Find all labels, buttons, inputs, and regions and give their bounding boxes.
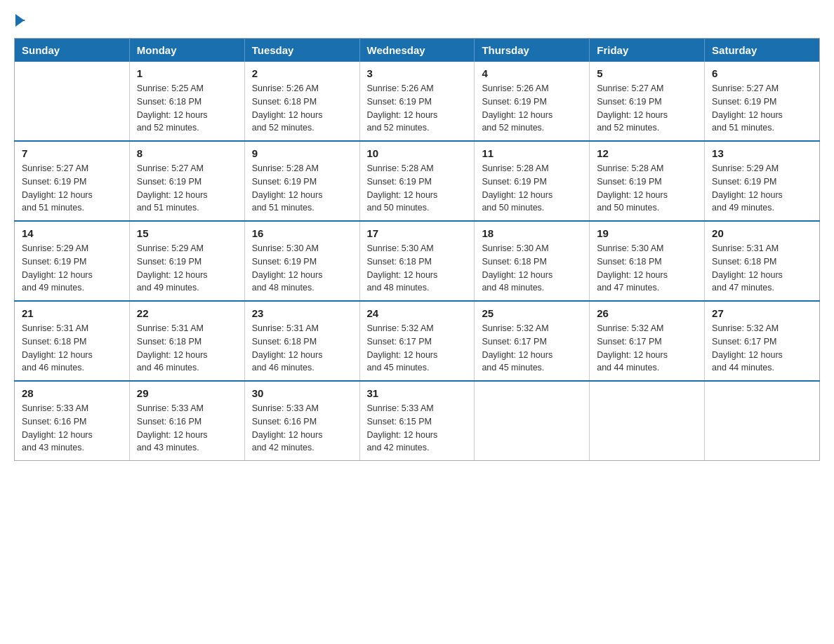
- day-info: Sunrise: 5:30 AM Sunset: 6:18 PM Dayligh…: [367, 242, 468, 295]
- sunset-text: Sunset: 6:19 PM: [22, 177, 86, 187]
- daylight-text: Daylight: 12 hours: [367, 110, 438, 120]
- day-info: Sunrise: 5:26 AM Sunset: 6:19 PM Dayligh…: [482, 82, 582, 135]
- day-number: 9: [252, 147, 352, 159]
- calendar-cell: [705, 381, 820, 461]
- sunrise-text: Sunrise: 5:33 AM: [367, 403, 434, 413]
- daylight-text: Daylight: 12 hours: [482, 270, 552, 280]
- day-info: Sunrise: 5:27 AM Sunset: 6:19 PM Dayligh…: [22, 162, 122, 215]
- sunset-text: Sunset: 6:17 PM: [367, 337, 432, 347]
- day-number: 21: [22, 307, 122, 319]
- sunset-text: Sunset: 6:19 PM: [252, 177, 317, 187]
- day-info: Sunrise: 5:27 AM Sunset: 6:19 PM Dayligh…: [712, 82, 812, 135]
- sunrise-text: Sunrise: 5:31 AM: [712, 243, 779, 253]
- day-header-monday: Monday: [129, 39, 244, 62]
- daylight-minutes: and 49 minutes.: [712, 203, 774, 213]
- day-info: Sunrise: 5:27 AM Sunset: 6:19 PM Dayligh…: [597, 82, 697, 135]
- day-header-sunday: Sunday: [15, 39, 130, 62]
- calendar-cell: 22 Sunrise: 5:31 AM Sunset: 6:18 PM Dayl…: [129, 301, 244, 381]
- daylight-text: Daylight: 12 hours: [22, 190, 93, 200]
- daylight-minutes: and 46 minutes.: [137, 363, 199, 373]
- day-number: 5: [597, 67, 697, 79]
- daylight-minutes: and 52 minutes.: [252, 123, 315, 133]
- daylight-text: Daylight: 12 hours: [597, 110, 668, 120]
- sunrise-text: Sunrise: 5:31 AM: [22, 323, 88, 333]
- daylight-minutes: and 48 minutes.: [482, 283, 544, 293]
- sunset-text: Sunset: 6:19 PM: [482, 97, 546, 107]
- sunset-text: Sunset: 6:19 PM: [137, 177, 201, 187]
- calendar-cell: [15, 62, 130, 141]
- day-number: 12: [597, 147, 697, 159]
- calendar-cell: 14 Sunrise: 5:29 AM Sunset: 6:19 PM Dayl…: [15, 221, 130, 301]
- sunrise-text: Sunrise: 5:30 AM: [367, 243, 434, 253]
- sunrise-text: Sunrise: 5:30 AM: [252, 243, 319, 253]
- sunset-text: Sunset: 6:18 PM: [137, 337, 201, 347]
- calendar-cell: 20 Sunrise: 5:31 AM Sunset: 6:18 PM Dayl…: [705, 221, 820, 301]
- daylight-minutes: and 52 minutes.: [137, 123, 199, 133]
- sunset-text: Sunset: 6:19 PM: [137, 257, 201, 267]
- sunset-text: Sunset: 6:19 PM: [367, 97, 432, 107]
- daylight-minutes: and 51 minutes.: [712, 123, 774, 133]
- daylight-minutes: and 44 minutes.: [712, 363, 774, 373]
- day-number: 11: [482, 147, 582, 159]
- day-info: Sunrise: 5:32 AM Sunset: 6:17 PM Dayligh…: [597, 322, 697, 375]
- day-number: 1: [137, 67, 237, 79]
- calendar-cell: 8 Sunrise: 5:27 AM Sunset: 6:19 PM Dayli…: [129, 141, 244, 221]
- sunrise-text: Sunrise: 5:31 AM: [137, 323, 204, 333]
- daylight-text: Daylight: 12 hours: [367, 430, 438, 440]
- day-info: Sunrise: 5:31 AM Sunset: 6:18 PM Dayligh…: [22, 322, 122, 375]
- calendar-cell: 30 Sunrise: 5:33 AM Sunset: 6:16 PM Dayl…: [244, 381, 359, 461]
- daylight-minutes: and 47 minutes.: [597, 283, 659, 293]
- day-header-wednesday: Wednesday: [359, 39, 475, 62]
- day-info: Sunrise: 5:28 AM Sunset: 6:19 PM Dayligh…: [597, 162, 697, 215]
- sunset-text: Sunset: 6:18 PM: [597, 257, 661, 267]
- calendar-week-row: 21 Sunrise: 5:31 AM Sunset: 6:18 PM Dayl…: [15, 301, 820, 381]
- sunrise-text: Sunrise: 5:32 AM: [482, 323, 548, 333]
- daylight-minutes: and 45 minutes.: [367, 363, 430, 373]
- calendar-table: SundayMondayTuesdayWednesdayThursdayFrid…: [14, 38, 820, 461]
- day-number: 16: [252, 227, 352, 239]
- daylight-text: Daylight: 12 hours: [367, 270, 438, 280]
- day-number: 7: [22, 147, 122, 159]
- logo: [14, 14, 25, 24]
- day-info: Sunrise: 5:27 AM Sunset: 6:19 PM Dayligh…: [137, 162, 237, 215]
- sunset-text: Sunset: 6:16 PM: [137, 417, 201, 427]
- daylight-minutes: and 43 minutes.: [137, 443, 199, 452]
- daylight-text: Daylight: 12 hours: [597, 190, 668, 200]
- sunrise-text: Sunrise: 5:33 AM: [22, 403, 88, 413]
- day-info: Sunrise: 5:29 AM Sunset: 6:19 PM Dayligh…: [712, 162, 812, 215]
- sunrise-text: Sunrise: 5:26 AM: [252, 83, 319, 93]
- sunset-text: Sunset: 6:18 PM: [22, 337, 86, 347]
- day-number: 23: [252, 307, 352, 319]
- day-info: Sunrise: 5:25 AM Sunset: 6:18 PM Dayligh…: [137, 82, 237, 135]
- page-header: [14, 14, 820, 24]
- day-info: Sunrise: 5:32 AM Sunset: 6:17 PM Dayligh…: [367, 322, 468, 375]
- day-info: Sunrise: 5:28 AM Sunset: 6:19 PM Dayligh…: [252, 162, 352, 215]
- sunset-text: Sunset: 6:19 PM: [712, 177, 776, 187]
- day-info: Sunrise: 5:32 AM Sunset: 6:17 PM Dayligh…: [712, 322, 812, 375]
- calendar-cell: 9 Sunrise: 5:28 AM Sunset: 6:19 PM Dayli…: [244, 141, 359, 221]
- day-number: 19: [597, 227, 697, 239]
- sunrise-text: Sunrise: 5:27 AM: [22, 163, 88, 173]
- day-info: Sunrise: 5:33 AM Sunset: 6:16 PM Dayligh…: [252, 402, 352, 455]
- sunrise-text: Sunrise: 5:27 AM: [137, 163, 204, 173]
- sunrise-text: Sunrise: 5:29 AM: [22, 243, 88, 253]
- sunrise-text: Sunrise: 5:25 AM: [137, 83, 204, 93]
- day-number: 8: [137, 147, 237, 159]
- calendar-cell: 2 Sunrise: 5:26 AM Sunset: 6:18 PM Dayli…: [244, 62, 359, 141]
- calendar-cell: 12 Sunrise: 5:28 AM Sunset: 6:19 PM Dayl…: [590, 141, 705, 221]
- sunset-text: Sunset: 6:17 PM: [597, 337, 661, 347]
- day-info: Sunrise: 5:33 AM Sunset: 6:16 PM Dayligh…: [22, 402, 122, 455]
- daylight-minutes: and 43 minutes.: [22, 443, 84, 452]
- daylight-text: Daylight: 12 hours: [252, 270, 323, 280]
- daylight-text: Daylight: 12 hours: [22, 270, 93, 280]
- day-info: Sunrise: 5:29 AM Sunset: 6:19 PM Dayligh…: [22, 242, 122, 295]
- day-info: Sunrise: 5:28 AM Sunset: 6:19 PM Dayligh…: [367, 162, 468, 215]
- daylight-minutes: and 47 minutes.: [712, 283, 774, 293]
- calendar-cell: 31 Sunrise: 5:33 AM Sunset: 6:15 PM Dayl…: [359, 381, 475, 461]
- day-number: 10: [367, 147, 468, 159]
- sunrise-text: Sunrise: 5:28 AM: [252, 163, 319, 173]
- daylight-minutes: and 50 minutes.: [597, 203, 659, 213]
- daylight-minutes: and 52 minutes.: [367, 123, 430, 133]
- daylight-minutes: and 52 minutes.: [482, 123, 544, 133]
- day-header-friday: Friday: [590, 39, 705, 62]
